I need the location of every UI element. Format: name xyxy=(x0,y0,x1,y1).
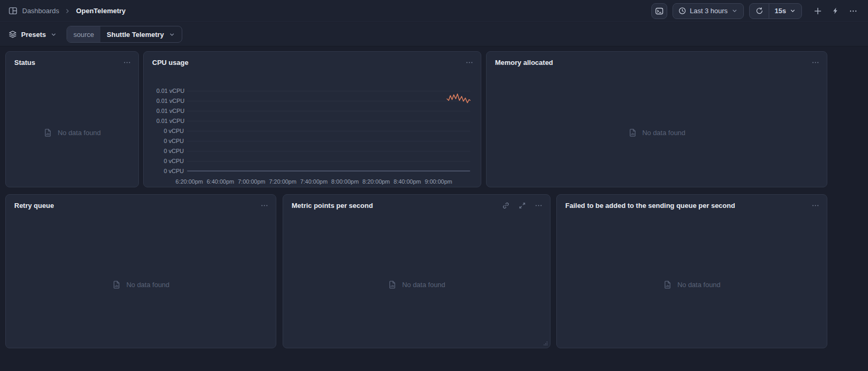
breadcrumb-dashboards-link[interactable]: Dashboards xyxy=(22,7,59,15)
refresh-interval-picker[interactable]: 15s xyxy=(769,4,801,18)
top-actions: Last 3 hours 15s xyxy=(651,3,860,19)
empty-state: No data found xyxy=(6,52,138,187)
breadcrumb: Dashboards OpenTelemetry xyxy=(8,6,126,15)
empty-state-text: No data found xyxy=(642,129,686,137)
dashboard-toolbar: Presets source Shuttle Telemetry xyxy=(0,23,868,46)
panel-metric-points-per-second: Metric points per second No data found xyxy=(283,194,550,348)
empty-state-text: No data found xyxy=(402,281,445,289)
refresh-control: 15s xyxy=(749,3,802,19)
document-chart-icon xyxy=(112,280,121,289)
time-range-label: Last 3 hours xyxy=(690,7,728,15)
empty-state: No data found xyxy=(557,195,827,348)
ellipsis-icon xyxy=(849,7,857,15)
chevron-down-icon xyxy=(50,31,57,38)
document-chart-icon xyxy=(663,280,672,289)
source-variable-label: source xyxy=(67,26,100,42)
top-navigation-bar: Dashboards OpenTelemetry Last 3 hours xyxy=(0,0,868,22)
document-chart-icon xyxy=(628,128,637,137)
dashboard-menu-button[interactable] xyxy=(847,7,860,15)
empty-state: No data found xyxy=(6,195,276,348)
panel-retry-queue: Retry queue No data found xyxy=(5,194,276,348)
empty-state: No data found xyxy=(487,52,827,187)
refresh-icon xyxy=(755,7,763,15)
presets-label: Presets xyxy=(21,31,46,39)
layers-icon xyxy=(8,30,17,39)
cpu-chart-xticks: 6:20:00pm6:40:00pm7:00:00pm7:20:00pm7:40… xyxy=(187,178,470,186)
cpu-usage-chart[interactable]: 0.01 vCPU0.01 vCPU0.01 vCPU0.01 vCPU0 vC… xyxy=(156,91,470,180)
alerts-button[interactable] xyxy=(829,7,842,15)
breadcrumb-current-page: OpenTelemetry xyxy=(76,7,126,15)
panel-memory-allocated: Memory allocated No data found xyxy=(486,51,827,187)
dashboard-canvas: Status No data found CPU usage 0. xyxy=(0,47,868,371)
dashboard-grid-icon xyxy=(8,6,17,15)
document-chart-icon xyxy=(43,128,52,137)
resize-grip-icon[interactable] xyxy=(543,341,548,346)
empty-state-text: No data found xyxy=(58,129,101,137)
cpu-sparkline xyxy=(187,91,470,171)
panel-cpu-usage: CPU usage 0.01 vCPU0.01 vCPU0.01 vCPU0.0… xyxy=(143,51,481,187)
source-variable-value: Shuttle Telemetry xyxy=(107,31,164,39)
source-variable-dropdown[interactable]: source Shuttle Telemetry xyxy=(67,26,182,43)
kiosk-mode-button[interactable] xyxy=(651,3,667,19)
panel-menu-ellipsis-icon[interactable] xyxy=(465,59,473,66)
clock-icon xyxy=(678,7,686,15)
refresh-button[interactable] xyxy=(750,4,769,18)
bolt-icon xyxy=(832,7,839,15)
presets-dropdown[interactable]: Presets xyxy=(8,30,57,39)
add-panel-button[interactable] xyxy=(811,7,824,15)
panel-title: CPU usage xyxy=(152,59,189,66)
empty-state: No data found xyxy=(283,195,550,348)
document-chart-icon xyxy=(388,280,397,289)
empty-state-text: No data found xyxy=(126,281,170,289)
panel-failed-sending-queue: Failed to be added to the sending queue … xyxy=(556,194,827,348)
empty-state-text: No data found xyxy=(677,281,721,289)
refresh-interval-label: 15s xyxy=(774,7,786,15)
plus-icon xyxy=(814,7,822,15)
panel-header: CPU usage xyxy=(144,52,481,73)
terminal-icon xyxy=(655,7,664,15)
chevron-down-icon xyxy=(169,31,175,38)
chevron-right-icon xyxy=(64,7,71,15)
time-range-picker[interactable]: Last 3 hours xyxy=(673,3,744,19)
panel-status: Status No data found xyxy=(5,51,139,187)
chevron-down-icon xyxy=(731,7,738,14)
chevron-down-icon xyxy=(789,7,796,14)
